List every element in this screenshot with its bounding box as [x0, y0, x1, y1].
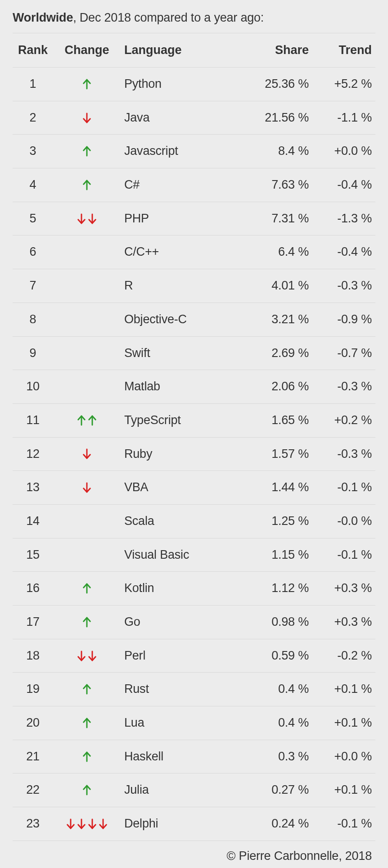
cell-trend: -0.1 %	[312, 538, 375, 572]
cell-trend: +0.0 %	[312, 135, 375, 168]
cell-language: R	[121, 269, 243, 303]
cell-change	[53, 471, 121, 505]
cell-share: 0.24 %	[243, 807, 312, 841]
cell-trend: -0.3 %	[312, 269, 375, 303]
table-row: 7R4.01 %-0.3 %	[13, 269, 375, 303]
cell-language: Visual Basic	[121, 538, 243, 572]
table-row: 17Go0.98 %+0.3 %	[13, 606, 375, 639]
cell-language: Java	[121, 101, 243, 135]
cell-share: 0.98 %	[243, 606, 312, 639]
cell-change	[53, 135, 121, 168]
cell-rank: 23	[13, 807, 53, 841]
cell-change	[53, 807, 121, 841]
arrow-up-icon	[82, 784, 92, 796]
cell-share: 3.21 %	[243, 303, 312, 336]
copyright-footer: © Pierre Carbonnelle, 2018	[13, 841, 375, 865]
cell-share: 2.69 %	[243, 336, 312, 370]
table-row: 4C#7.63 %-0.4 %	[13, 168, 375, 202]
cell-change	[53, 572, 121, 606]
table-row: 21Haskell0.3 %+0.0 %	[13, 740, 375, 773]
cell-rank: 5	[13, 202, 53, 235]
cell-rank: 9	[13, 336, 53, 370]
table-row: 11TypeScript1.65 %+0.2 %	[13, 403, 375, 437]
cell-change	[53, 437, 121, 471]
cell-share: 1.15 %	[243, 538, 312, 572]
cell-rank: 17	[13, 606, 53, 639]
cell-rank: 3	[13, 135, 53, 168]
cell-trend: -0.1 %	[312, 807, 375, 841]
cell-rank: 22	[13, 773, 53, 807]
cell-share: 0.27 %	[243, 773, 312, 807]
caption-bold: Worldwide	[13, 11, 73, 24]
arrow-down-icon	[82, 448, 92, 460]
cell-language: TypeScript	[121, 403, 243, 437]
arrow-up-icon	[87, 415, 97, 426]
cell-share: 2.06 %	[243, 370, 312, 404]
table-caption: Worldwide, Dec 2018 compared to a year a…	[13, 11, 375, 25]
arrow-down-icon	[87, 818, 97, 830]
arrow-down-icon	[82, 482, 92, 493]
cell-language: VBA	[121, 471, 243, 505]
cell-change	[53, 504, 121, 538]
cell-trend: -1.1 %	[312, 101, 375, 135]
cell-language: Javascript	[121, 135, 243, 168]
ranking-table: Rank Change Language Share Trend 1Python…	[13, 33, 375, 841]
cell-trend: -0.3 %	[312, 437, 375, 471]
cell-language: C#	[121, 168, 243, 202]
cell-language: Lua	[121, 706, 243, 740]
cell-language: Perl	[121, 639, 243, 673]
arrow-up-icon	[77, 415, 86, 426]
cell-rank: 11	[13, 403, 53, 437]
cell-change	[53, 673, 121, 706]
cell-trend: -0.3 %	[312, 370, 375, 404]
arrow-down-icon	[77, 213, 86, 225]
cell-language: Haskell	[121, 740, 243, 773]
caption-rest: , Dec 2018 compared to a year ago:	[73, 11, 264, 24]
table-row: 19Rust0.4 %+0.1 %	[13, 673, 375, 706]
cell-share: 7.31 %	[243, 202, 312, 235]
cell-rank: 1	[13, 68, 53, 101]
arrow-up-icon	[82, 78, 92, 90]
cell-share: 4.01 %	[243, 269, 312, 303]
table-row: 2Java21.56 %-1.1 %	[13, 101, 375, 135]
cell-share: 0.4 %	[243, 706, 312, 740]
cell-trend: +0.2 %	[312, 403, 375, 437]
cell-share: 25.36 %	[243, 68, 312, 101]
table-row: 18Perl0.59 %-0.2 %	[13, 639, 375, 673]
cell-language: C/C++	[121, 235, 243, 269]
cell-rank: 8	[13, 303, 53, 336]
cell-language: Python	[121, 68, 243, 101]
cell-share: 1.65 %	[243, 403, 312, 437]
cell-trend: -0.0 %	[312, 504, 375, 538]
cell-change	[53, 403, 121, 437]
cell-share: 0.59 %	[243, 639, 312, 673]
cell-change	[53, 639, 121, 673]
cell-change	[53, 303, 121, 336]
arrow-down-icon	[82, 112, 92, 124]
cell-share: 1.12 %	[243, 572, 312, 606]
cell-trend: +0.1 %	[312, 773, 375, 807]
cell-language: Swift	[121, 336, 243, 370]
table-row: 15Visual Basic1.15 %-0.1 %	[13, 538, 375, 572]
arrow-up-icon	[82, 717, 92, 729]
cell-share: 7.63 %	[243, 168, 312, 202]
table-row: 10Matlab2.06 %-0.3 %	[13, 370, 375, 404]
table-header-row: Rank Change Language Share Trend	[13, 33, 375, 68]
cell-rank: 7	[13, 269, 53, 303]
cell-rank: 18	[13, 639, 53, 673]
cell-language: Rust	[121, 673, 243, 706]
cell-language: Ruby	[121, 437, 243, 471]
cell-share: 1.25 %	[243, 504, 312, 538]
cell-rank: 6	[13, 235, 53, 269]
cell-trend: -0.1 %	[312, 471, 375, 505]
cell-change	[53, 336, 121, 370]
cell-change	[53, 269, 121, 303]
cell-rank: 15	[13, 538, 53, 572]
cell-rank: 10	[13, 370, 53, 404]
cell-change	[53, 606, 121, 639]
col-header-trend: Trend	[312, 33, 375, 68]
arrow-down-icon	[77, 650, 86, 662]
arrow-down-icon	[87, 650, 97, 662]
cell-rank: 21	[13, 740, 53, 773]
cell-rank: 2	[13, 101, 53, 135]
